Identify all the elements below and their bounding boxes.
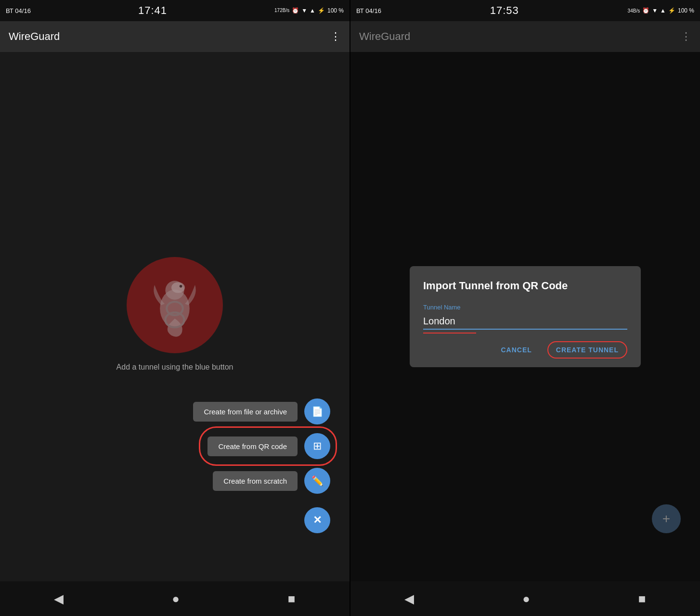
right-wifi-icon: ▼ — [652, 7, 658, 14]
dialog-title: Import Tunnel from QR Code — [423, 280, 627, 292]
left-status-right: 172B/s ⏰ ▼ ▲ ⚡ 100 % — [274, 7, 344, 14]
fab-row-file: Create from file or archive 📄 — [193, 398, 330, 424]
left-menu-button[interactable]: ⋮ — [330, 31, 341, 42]
left-app-title: WireGuard — [9, 30, 60, 43]
left-battery: 100 % — [327, 7, 344, 14]
left-alarm-icon: ⏰ — [292, 7, 299, 14]
right-status-right: 34B/s ⏰ ▼ ▲ ⚡ 100 % — [628, 7, 694, 14]
right-status-date: ВТ 04/16 — [356, 7, 381, 14]
dialog-field-label: Tunnel Name — [423, 304, 627, 311]
right-back-btn[interactable]: ◀ — [404, 591, 414, 606]
fab-label-scratch[interactable]: Create from scratch — [213, 471, 298, 491]
fab-main-btn[interactable]: ✕ — [304, 507, 330, 533]
right-status-time: 17:53 — [490, 4, 519, 17]
fab-btn-qr[interactable]: ⊞ — [304, 433, 330, 459]
fab-label-file[interactable]: Create from file or archive — [193, 402, 298, 422]
left-status-left: ВТ 04/16 — [6, 7, 31, 14]
left-back-btn[interactable]: ◀ — [54, 591, 64, 606]
right-phone-panel: ВТ 04/16 17:53 34B/s ⏰ ▼ ▲ ⚡ 100 % WireG… — [350, 0, 700, 616]
right-status-bar: ВТ 04/16 17:53 34B/s ⏰ ▼ ▲ ⚡ 100 % — [350, 0, 700, 21]
right-signal-icon: ▲ — [660, 7, 666, 14]
pencil-icon: ✏️ — [311, 475, 324, 487]
left-nav-bar: ◀ ● ■ — [0, 581, 350, 616]
left-speed-up: 172B/s — [274, 8, 289, 13]
close-icon: ✕ — [313, 514, 322, 526]
left-phone-panel: ВТ 04/16 17:41 172B/s ⏰ ▼ ▲ ⚡ 100 % Wire… — [0, 0, 350, 616]
left-status-date: ВТ 04/16 — [6, 7, 31, 14]
dragon-svg — [141, 271, 208, 339]
right-status-left: ВТ 04/16 — [356, 7, 381, 14]
right-alarm-icon: ⏰ — [642, 7, 649, 14]
fab-menu: Create from file or archive 📄 Create fro… — [193, 398, 330, 533]
svg-point-2 — [171, 282, 185, 293]
left-status-bar: ВТ 04/16 17:41 172B/s ⏰ ▼ ▲ ⚡ 100 % — [0, 0, 350, 21]
right-nav-bar: ◀ ● ■ — [350, 581, 700, 616]
right-menu-button[interactable]: ⋮ — [681, 31, 691, 42]
left-battery-icon: ⚡ — [318, 7, 325, 14]
right-battery: 100 % — [678, 7, 694, 14]
fab-btn-file[interactable]: 📄 — [304, 398, 330, 424]
right-speed: 34B/s — [628, 8, 640, 13]
hint-text: Add a tunnel using the blue button — [117, 363, 233, 372]
file-icon: 📄 — [311, 406, 324, 417]
qr-icon: ⊞ — [313, 440, 322, 452]
spell-check-underline — [423, 333, 476, 334]
left-app-bar: WireGuard ⋮ — [0, 21, 350, 52]
fab-row-scratch: Create from scratch ✏️ — [213, 468, 330, 494]
right-main-content: Import Tunnel from QR Code Tunnel Name C… — [350, 52, 700, 581]
left-home-btn[interactable]: ● — [172, 591, 180, 606]
dialog-actions: CANCEL CREATE TUNNEL — [423, 341, 627, 359]
create-tunnel-button[interactable]: CREATE TUNNEL — [547, 341, 627, 359]
cancel-button[interactable]: CANCEL — [495, 341, 537, 359]
svg-point-3 — [180, 285, 182, 288]
left-main-content: Add a tunnel using the blue button Creat… — [0, 52, 350, 581]
fab-row-qr: Create from QR code ⊞ — [207, 433, 330, 459]
fab-label-qr[interactable]: Create from QR code — [207, 436, 298, 456]
left-wifi-icon: ▼ — [301, 7, 307, 14]
dragon-logo — [127, 257, 223, 353]
right-app-title: WireGuard — [359, 30, 410, 43]
right-home-btn[interactable]: ● — [522, 591, 530, 606]
left-recents-btn[interactable]: ■ — [288, 591, 296, 606]
left-status-time: 17:41 — [138, 4, 167, 17]
fab-btn-scratch[interactable]: ✏️ — [304, 468, 330, 494]
import-tunnel-dialog: Import Tunnel from QR Code Tunnel Name C… — [410, 266, 641, 367]
right-battery-icon: ⚡ — [668, 7, 675, 14]
right-app-bar: WireGuard ⋮ — [350, 21, 700, 52]
left-signal-icon: ▲ — [310, 7, 315, 14]
right-recents-btn[interactable]: ■ — [638, 591, 646, 606]
tunnel-name-input[interactable] — [423, 314, 627, 329]
dialog-input-wrapper — [423, 314, 627, 330]
